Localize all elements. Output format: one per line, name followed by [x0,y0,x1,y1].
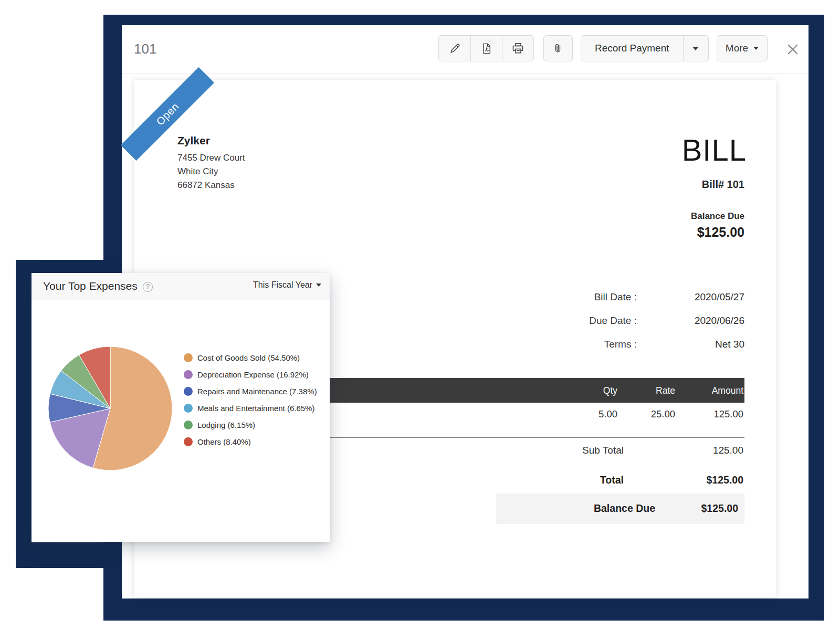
bill-date-value: 2020/05/27 [695,291,744,303]
expenses-pie-chart[interactable] [47,345,173,471]
legend-item[interactable]: Lodging (6.15%) [184,420,317,429]
terms-value: Net 30 [715,339,744,350]
balance-due-row-label: Balance Due [594,502,655,514]
legend-label: Depreciation Expense (16.92%) [197,370,309,379]
toolbar-icon-group [438,35,534,61]
more-button-label: More [726,43,748,54]
vendor-address-line: 7455 Drew Court [177,151,245,165]
column-header: Amount [712,385,743,396]
top-expenses-title: Your Top Expenses [43,280,138,292]
period-selector-dropdown[interactable]: This Fiscal Year [253,280,321,290]
period-selector-label: This Fiscal Year [253,280,312,290]
top-expenses-header: Your Top Expenses ? This Fiscal Year [32,273,330,300]
chevron-down-icon [692,47,699,50]
record-payment-dropdown-button[interactable] [683,36,708,61]
column-header: Rate [656,385,675,396]
legend-item[interactable]: Others (8.40%) [184,437,317,446]
legend-dot [184,404,193,413]
vendor-address-line: White City [177,165,245,178]
print-icon [512,42,524,55]
close-x-icon [786,43,800,56]
expenses-legend: Cost of Goods Sold (54.50%)Depreciation … [184,353,317,454]
sub-total-label: Sub Total [582,445,624,456]
legend-dot [184,353,193,362]
legend-label: Meals and Entertainment (6.65%) [197,404,314,413]
total-value: $125.00 [707,474,744,486]
legend-label: Lodging (6.15%) [197,421,255,429]
bill-number: Bill# 101 [702,178,744,191]
legend-label: Cost of Goods Sold (54.50%) [197,353,300,362]
total-label: Total [600,474,624,486]
legend-dot [184,421,193,429]
legend-item[interactable]: Cost of Goods Sold (54.50%) [184,353,317,362]
attachment-paperclip-icon [552,43,564,54]
legend-label: Repairs and Maintenance (7.38%) [197,387,317,396]
legend-item[interactable]: Meals and Entertainment (6.65%) [184,403,317,413]
bill-date-label: Bill Date : [594,291,637,303]
sub-total-value: 125.00 [713,445,743,456]
legend-dot [184,437,193,446]
column-header: Qty [603,385,617,396]
record-payment-button[interactable]: Record Payment [581,36,683,61]
attachment-button[interactable] [543,35,573,61]
more-button[interactable]: More [717,35,768,61]
edit-button[interactable] [439,36,470,61]
edit-pencil-icon [449,43,461,55]
due-date-value: 2020/06/26 [695,315,744,327]
balance-due-row-value: $125.00 [701,502,739,514]
toolbar: 101 [122,25,808,74]
help-icon[interactable]: ? [143,282,153,292]
due-date-label: Due Date : [589,315,637,327]
pdf-button[interactable] [470,36,502,61]
document-number: 101 [134,41,156,57]
vendor-address: 7455 Drew Court White City 66872 Kansas [177,151,245,192]
chevron-down-icon [753,47,759,50]
legend-item[interactable]: Repairs and Maintenance (7.38%) [184,386,317,396]
terms-label: Terms : [604,339,637,350]
balance-due-row: Balance Due $125.00 [496,494,744,524]
line-item-cell: 25.00 [651,408,675,420]
decor-card-frame-left [16,260,32,568]
legend-item[interactable]: Depreciation Expense (16.92%) [184,370,317,379]
top-expenses-widget: Your Top Expenses ? This Fiscal Year Cos… [32,273,330,542]
line-item-cell: 5.00 [598,408,617,420]
legend-dot [184,387,193,396]
line-item-cell: 125.00 [713,408,743,420]
page: 101 [0,0,840,630]
balance-due-label: Balance Due [691,211,744,222]
legend-dot [184,370,193,379]
export-pdf-icon [480,43,492,55]
vendor-address-line: 66872 Kansas [177,178,245,192]
document-type-title: BILL [682,132,747,167]
legend-label: Others (8.40%) [197,437,251,446]
close-button[interactable] [782,39,803,60]
record-payment-button-group: Record Payment [581,35,709,61]
balance-due-value: $125.00 [697,225,744,240]
print-button[interactable] [502,36,533,61]
vendor-name: Zylker [177,134,210,147]
chevron-down-icon [316,284,321,287]
